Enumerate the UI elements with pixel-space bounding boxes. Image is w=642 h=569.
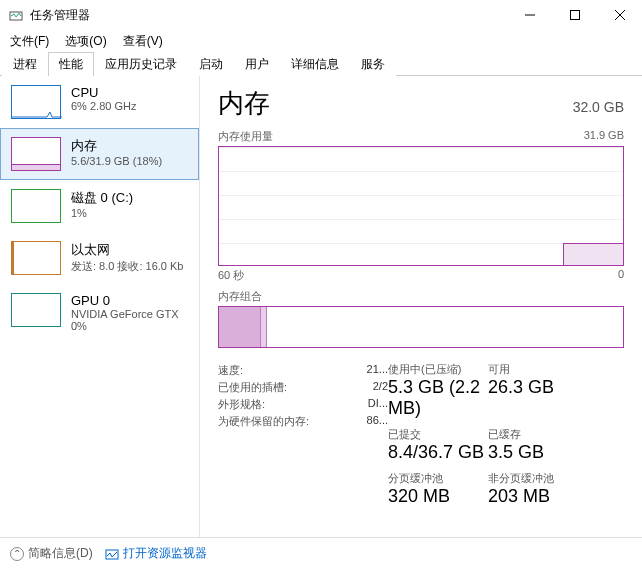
form-label: 外形规格: — [218, 397, 265, 412]
sidebar: CPU6% 2.80 GHz 内存5.6/31.9 GB (18%) 磁盘 0 … — [0, 76, 200, 537]
memory-thumb-icon — [11, 137, 61, 171]
app-icon — [8, 7, 24, 23]
tab-processes[interactable]: 进程 — [2, 52, 48, 76]
fewer-details-button[interactable]: ⌃ 简略信息(D) — [10, 545, 93, 562]
svg-rect-2 — [570, 11, 579, 20]
tab-startup[interactable]: 启动 — [188, 52, 234, 76]
chart-xleft: 60 秒 — [218, 268, 244, 283]
slots-label: 已使用的插槽: — [218, 380, 287, 395]
sidebar-item-ethernet[interactable]: 以太网发送: 8.0 接收: 16.0 Kb — [0, 232, 199, 284]
cpu-thumb-icon — [11, 85, 61, 119]
sidebar-item-label: 内存 — [71, 137, 162, 155]
cached-label: 已缓存 — [488, 427, 618, 442]
sidebar-item-label: 以太网 — [71, 241, 184, 259]
cached-value: 3.5 GB — [488, 442, 618, 463]
paged-label: 分页缓冲池 — [388, 471, 488, 486]
disk-thumb-icon — [11, 189, 61, 223]
main-panel: 内存 32.0 GB 内存使用量 31.9 GB 60 秒 0 内存组合 使用中… — [200, 76, 642, 537]
tab-app-history[interactable]: 应用历史记录 — [94, 52, 188, 76]
sidebar-item-memory[interactable]: 内存5.6/31.9 GB (18%) — [0, 128, 199, 180]
paged-value: 320 MB — [388, 486, 488, 507]
stats-grid: 使用中(已压缩)5.3 GB (2.2 MB) 可用26.3 GB 速度:21.… — [218, 362, 624, 513]
committed-label: 已提交 — [388, 427, 488, 442]
sidebar-item-disk[interactable]: 磁盘 0 (C:)1% — [0, 180, 199, 232]
minimize-button[interactable] — [507, 0, 552, 30]
sidebar-item-sub: 1% — [71, 207, 133, 219]
speed-value: 21... — [367, 363, 388, 378]
available-label: 可用 — [488, 362, 618, 377]
committed-value: 8.4/36.7 GB — [388, 442, 488, 463]
reserved-label: 为硬件保留的内存: — [218, 414, 309, 429]
form-value: DI... — [368, 397, 388, 412]
total-capacity: 32.0 GB — [573, 99, 624, 115]
memory-composition-chart[interactable] — [218, 306, 624, 348]
sidebar-item-sub: 发送: 8.0 接收: 16.0 Kb — [71, 259, 184, 274]
page-title: 内存 — [218, 86, 270, 121]
sidebar-item-sub: 5.6/31.9 GB (18%) — [71, 155, 162, 167]
nonpaged-label: 非分页缓冲池 — [488, 471, 618, 486]
chart-xright: 0 — [618, 268, 624, 283]
sidebar-item-label: GPU 0 — [71, 293, 179, 308]
maximize-button[interactable] — [552, 0, 597, 30]
sidebar-item-cpu[interactable]: CPU6% 2.80 GHz — [0, 76, 199, 128]
memory-usage-chart[interactable] — [218, 146, 624, 266]
sidebar-item-sub: 6% 2.80 GHz — [71, 100, 136, 112]
menu-bar: 文件(F) 选项(O) 查看(V) — [0, 30, 642, 52]
slots-value: 2/2 — [373, 380, 388, 395]
nonpaged-value: 203 MB — [488, 486, 618, 507]
reserved-value: 86... — [367, 414, 388, 429]
speed-label: 速度: — [218, 363, 243, 378]
tab-bar: 进程 性能 应用历史记录 启动 用户 详细信息 服务 — [0, 52, 642, 76]
footer: ⌃ 简略信息(D) 打开资源监视器 — [0, 537, 642, 569]
menu-view[interactable]: 查看(V) — [117, 31, 169, 52]
chevron-up-icon: ⌃ — [10, 547, 24, 561]
tab-performance[interactable]: 性能 — [48, 52, 94, 76]
window-title: 任务管理器 — [30, 7, 507, 24]
title-bar: 任务管理器 — [0, 0, 642, 30]
sidebar-item-label: CPU — [71, 85, 136, 100]
available-value: 26.3 GB — [488, 377, 618, 398]
sidebar-item-gpu[interactable]: GPU 0NVIDIA GeForce GTX 0% — [0, 284, 199, 341]
close-button[interactable] — [597, 0, 642, 30]
monitor-icon — [105, 547, 119, 561]
in-use-label: 使用中(已压缩) — [388, 362, 488, 377]
chart-ymax: 31.9 GB — [584, 129, 624, 144]
tab-users[interactable]: 用户 — [234, 52, 280, 76]
menu-file[interactable]: 文件(F) — [4, 31, 55, 52]
menu-options[interactable]: 选项(O) — [59, 31, 112, 52]
gpu-thumb-icon — [11, 293, 61, 327]
tab-details[interactable]: 详细信息 — [280, 52, 350, 76]
ethernet-thumb-icon — [11, 241, 61, 275]
chart-title: 内存使用量 — [218, 129, 273, 144]
composition-title: 内存组合 — [218, 289, 624, 304]
sidebar-item-sub: NVIDIA GeForce GTX 0% — [71, 308, 179, 332]
tab-services[interactable]: 服务 — [350, 52, 396, 76]
sidebar-item-label: 磁盘 0 (C:) — [71, 189, 133, 207]
open-resource-monitor-link[interactable]: 打开资源监视器 — [105, 545, 207, 562]
in-use-value: 5.3 GB (2.2 MB) — [388, 377, 488, 419]
